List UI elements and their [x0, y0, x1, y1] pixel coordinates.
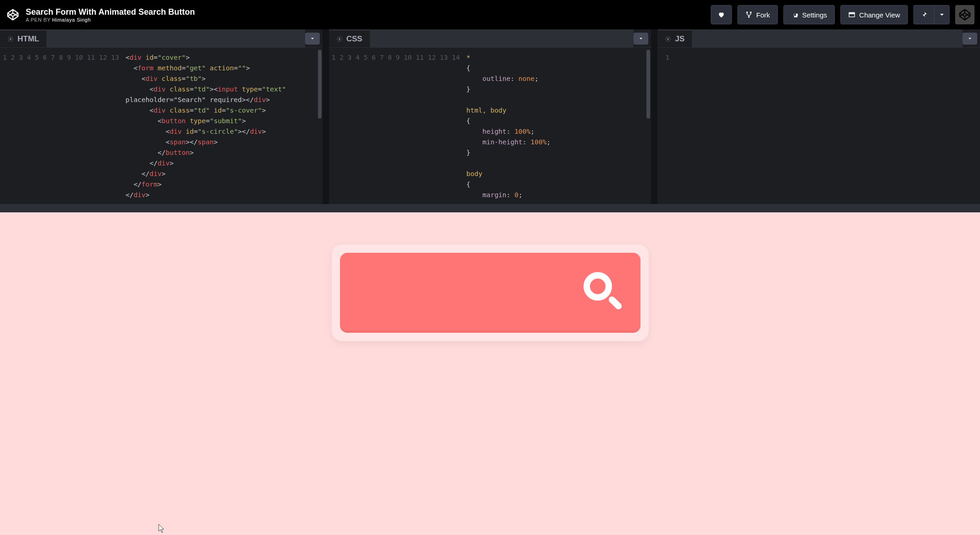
css-panel-tab[interactable]: CSS — [329, 29, 370, 47]
pin-button-group — [913, 5, 950, 24]
pen-author[interactable]: Himalaya Singh — [52, 17, 91, 23]
byline-prefix: A PEN BY — [26, 17, 52, 23]
html-panel-header: HTML — [0, 29, 323, 48]
chevron-down-icon — [967, 36, 973, 41]
css-panel-header: CSS — [329, 29, 651, 48]
pin-dropdown-button[interactable] — [934, 5, 950, 24]
css-gutter: 1 2 3 4 5 6 7 8 9 10 11 12 13 14 — [329, 48, 465, 204]
css-editor-panel: CSS 1 2 3 4 5 6 7 8 9 10 11 12 13 14 * {… — [329, 29, 658, 204]
chevron-down-icon — [638, 36, 644, 41]
html-scrollbar[interactable] — [318, 50, 322, 119]
pin-button[interactable] — [913, 5, 934, 24]
html-panel-label: HTML — [17, 34, 39, 44]
js-code[interactable] — [674, 48, 980, 204]
js-editor-panel: JS 1 — [657, 29, 980, 204]
html-panel-tab[interactable]: HTML — [0, 29, 46, 47]
codepen-logo-icon — [6, 7, 20, 22]
search-input[interactable] — [340, 253, 640, 333]
js-panel-tab[interactable]: JS — [657, 29, 692, 47]
js-gutter: 1 — [657, 48, 674, 204]
fork-label: Fork — [756, 11, 770, 19]
gear-icon — [336, 36, 343, 42]
html-code-area[interactable]: 1 2 3 4 5 6 7 8 9 10 11 12 13 <div id="c… — [0, 48, 323, 204]
avatar-icon — [958, 8, 971, 21]
layout-icon — [848, 11, 855, 18]
css-panel-options-button[interactable] — [634, 33, 648, 45]
editors-row: HTML 1 2 3 4 5 6 7 8 9 10 11 12 13 <div … — [0, 29, 980, 204]
css-code-area[interactable]: 1 2 3 4 5 6 7 8 9 10 11 12 13 14 * { out… — [329, 48, 651, 204]
preview-pane — [0, 212, 980, 535]
js-code-area[interactable]: 1 — [657, 48, 980, 204]
chevron-down-icon — [310, 36, 315, 41]
fork-icon — [745, 11, 753, 18]
js-panel-label: JS — [675, 34, 685, 44]
pen-title[interactable]: Search Form With Animated Search Button — [26, 7, 195, 17]
css-scrollbar[interactable] — [646, 50, 650, 119]
user-avatar[interactable] — [955, 5, 974, 24]
fork-button[interactable]: Fork — [737, 5, 778, 24]
like-button[interactable] — [711, 5, 732, 24]
chevron-down-icon — [938, 11, 946, 18]
html-editor-panel: HTML 1 2 3 4 5 6 7 8 9 10 11 12 13 <div … — [0, 29, 329, 204]
svg-point-2 — [10, 38, 11, 40]
svg-point-4 — [668, 38, 669, 40]
settings-button[interactable]: Settings — [783, 5, 835, 24]
js-panel-options-button[interactable] — [963, 33, 977, 45]
settings-label: Settings — [802, 11, 827, 19]
gear-icon — [665, 36, 671, 42]
svg-point-3 — [339, 38, 340, 40]
js-panel-header: JS — [657, 29, 980, 48]
mouse-cursor-icon — [158, 524, 165, 533]
search-submit-button[interactable] — [583, 272, 625, 313]
search-icon — [583, 272, 612, 301]
pin-icon — [920, 11, 928, 18]
pen-byline: A PEN BY Himalaya Singh — [26, 17, 195, 23]
css-code[interactable]: * { outline: none; } html, body { height… — [465, 48, 651, 204]
app-header: Search Form With Animated Search Button … — [0, 0, 980, 29]
heart-icon — [718, 11, 725, 18]
html-code[interactable]: <div id="cover"> <form method="get" acti… — [124, 48, 323, 204]
gear-icon — [791, 11, 799, 18]
search-form-outer — [332, 245, 649, 341]
html-panel-options-button[interactable] — [305, 33, 320, 45]
gear-icon — [7, 36, 14, 42]
css-panel-label: CSS — [346, 34, 363, 44]
search-icon-handle — [607, 295, 623, 311]
vertical-resize-bar[interactable] — [0, 204, 980, 212]
change-view-button[interactable]: Change View — [840, 5, 908, 24]
title-block: Search Form With Animated Search Button … — [26, 7, 195, 23]
svg-rect-1 — [849, 12, 855, 14]
html-gutter: 1 2 3 4 5 6 7 8 9 10 11 12 13 — [0, 48, 124, 204]
change-view-label: Change View — [859, 11, 900, 19]
